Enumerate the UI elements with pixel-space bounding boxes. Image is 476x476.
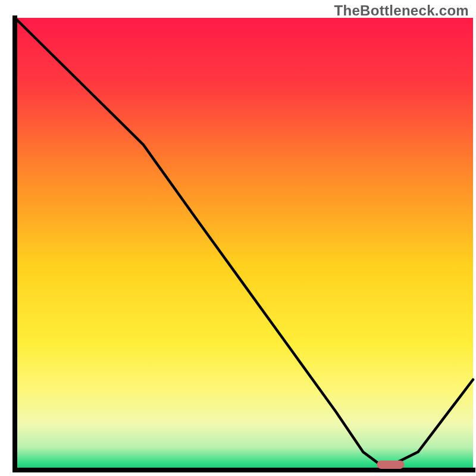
- optimal-marker: [377, 461, 404, 469]
- bottleneck-chart: [0, 0, 476, 476]
- chart-container: TheBottleneck.com: [0, 0, 476, 476]
- watermark-text: TheBottleneck.com: [334, 2, 469, 19]
